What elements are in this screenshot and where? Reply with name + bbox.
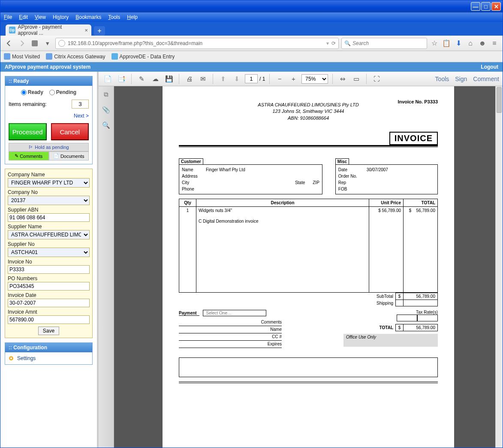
supplier-name-label: Supplier Name	[8, 224, 90, 230]
url-bar[interactable]: ▾ ⟳	[55, 38, 339, 49]
window-minimize-button[interactable]: —	[471, 2, 480, 11]
pdf-search-icon[interactable]: 🔍	[102, 121, 110, 129]
radio-ready[interactable]: Ready	[21, 89, 43, 95]
company-no-label: Company No	[8, 189, 90, 195]
company-name-label: Company Name	[8, 172, 90, 178]
pdf-fit-width-icon[interactable]: ⇔	[337, 73, 348, 85]
invoice-title: INVOICE	[389, 132, 438, 145]
new-tab-button[interactable]: +	[94, 26, 105, 36]
url-input[interactable]	[68, 40, 324, 46]
dropdown-icon[interactable]: ▾	[326, 40, 329, 46]
search-box[interactable]: 🔍	[341, 38, 427, 49]
browser-menubar: File Edit View History Bookmarks Tools H…	[0, 12, 503, 22]
payment-select: Select One…	[203, 310, 266, 316]
window-maximize-button[interactable]: □	[481, 2, 491, 11]
cancel-button[interactable]: Cancel	[51, 123, 89, 140]
pdf-comment-link[interactable]: Comment	[473, 76, 499, 82]
company-name-select[interactable]: FINGER WHARF PTY LTD	[8, 178, 90, 188]
window-close-button[interactable]: ✕	[491, 2, 501, 11]
menu-tools[interactable]: Tools	[108, 14, 120, 20]
invoice-amnt-input[interactable]	[8, 315, 90, 324]
search-input[interactable]	[352, 40, 424, 46]
pdf-zoom-in-icon[interactable]: +	[288, 73, 299, 85]
invoice-date-input[interactable]	[8, 299, 90, 307]
invoice-no-input[interactable]	[8, 265, 90, 274]
bookmark-star-icon[interactable]: ☆	[430, 39, 439, 47]
pdf-page-input[interactable]	[245, 74, 258, 83]
downloads-icon[interactable]: ⬇	[454, 39, 463, 47]
pdf-sign-link[interactable]: Sign	[455, 76, 467, 82]
pencil-icon: ✎	[15, 153, 18, 159]
configuration-header: Configuration	[5, 343, 92, 352]
invoice-no-label: Invoice No	[8, 259, 90, 265]
pdf-print-icon[interactable]: 🖨	[184, 73, 195, 85]
company-no-select[interactable]: 20137	[8, 196, 90, 205]
menu-bookmarks[interactable]: Bookmarks	[75, 14, 101, 20]
menu-help[interactable]: Help	[127, 14, 138, 20]
menu-history[interactable]: History	[53, 14, 69, 20]
pdf-zoom-out-icon[interactable]: −	[274, 73, 285, 85]
bookmark-approvede[interactable]: ApproveDE - Data Entry	[111, 53, 175, 60]
pdf-save-icon[interactable]: 💾	[163, 73, 175, 85]
processed-button[interactable]: Processed	[9, 123, 47, 140]
forward-button[interactable]	[17, 38, 27, 48]
documents-tab[interactable]: 📄Documents	[49, 151, 89, 160]
pdf-viewer: 📄 📑 ✎ ☁ 💾 🖨 ✉ ⬆ ⬇ / 1 − + 75%	[97, 72, 503, 448]
home-icon[interactable]: ⌂	[466, 39, 475, 47]
clipboard-icon[interactable]: 📋	[442, 39, 451, 47]
chat-icon[interactable]: ☻	[478, 39, 487, 47]
bookmark-citrix[interactable]: Citrix Access Gateway	[46, 53, 105, 60]
pdf-page-up-icon[interactable]: ⬆	[217, 73, 229, 85]
pdf-toolbar: 📄 📑 ✎ ☁ 💾 🖨 ✉ ⬆ ⬇ / 1 − + 75%	[99, 72, 503, 86]
flag-icon: 🏳	[28, 145, 33, 150]
browser-navbar: ▾ ▾ ⟳ 🔍 ☆ 📋 ⬇ ⌂ ☻ ≡	[0, 36, 503, 51]
reload-icon[interactable]: ⟳	[331, 40, 336, 46]
site-identity-icon[interactable]	[30, 38, 40, 48]
dropdown-history-icon[interactable]: ▾	[42, 38, 53, 48]
tab-favicon-icon: Dp	[9, 27, 15, 33]
pdf-mail-icon[interactable]: ✉	[197, 73, 208, 85]
invoice-notes-box	[179, 357, 438, 377]
pdf-thumbnails-icon[interactable]: ⧉	[104, 91, 108, 98]
save-button[interactable]: Save	[38, 327, 59, 335]
items-remaining-value	[72, 100, 89, 109]
pdf-sidebar: ⧉ 📎 🔍	[99, 86, 114, 448]
supplier-abn-input[interactable]	[8, 213, 90, 222]
search-icon: 🔍	[344, 40, 351, 46]
pdf-tools-link[interactable]: Tools	[435, 76, 449, 82]
back-button[interactable]	[4, 38, 14, 48]
pdf-export-icon[interactable]: 📄	[102, 73, 113, 85]
tab-close-icon[interactable]: ×	[84, 27, 88, 33]
invoice-abn: ABN: 91086088664	[243, 115, 373, 121]
pdf-fit-page-icon[interactable]: ▭	[351, 73, 362, 85]
supplier-name-select[interactable]: ASTRA CHAUFFEURED LIMOU	[8, 230, 90, 239]
comments-tab[interactable]: ✎Comments	[9, 151, 49, 160]
pdf-canvas[interactable]: ASTRA CHAUFFEURED LIMOUSINES Pty LTD 123…	[114, 86, 503, 448]
pdf-scrollbar-vertical[interactable]	[495, 86, 503, 448]
menu-file[interactable]: File	[4, 14, 12, 20]
configuration-panel: Configuration Settings	[5, 342, 93, 365]
hold-pending-button[interactable]: 🏳 Hold as pending	[9, 143, 89, 151]
pdf-zoom-select[interactable]: 75%	[301, 74, 328, 84]
pdf-edit-icon[interactable]: ✎	[136, 73, 147, 85]
browser-tab-active[interactable]: Dp APprove - payment approval ... ×	[6, 24, 91, 36]
tab-title: APprove - payment approval ...	[18, 24, 82, 36]
pdf-attachments-icon[interactable]: 📎	[102, 106, 110, 114]
radio-pending[interactable]: Pending	[49, 89, 76, 95]
next-link[interactable]: Next >	[9, 113, 89, 119]
pdf-page-down-icon[interactable]: ⬇	[231, 73, 242, 85]
ready-panel-header: Ready	[5, 76, 92, 86]
menu-view[interactable]: View	[35, 14, 46, 20]
menu-edit[interactable]: Edit	[19, 14, 28, 20]
bookmark-most-visited[interactable]: Most Visited	[4, 53, 40, 60]
pdf-create-icon[interactable]: 📑	[116, 73, 127, 85]
pdf-cloud-icon[interactable]: ☁	[150, 73, 161, 85]
po-numbers-input[interactable]	[8, 282, 90, 291]
scrollbar-thumb[interactable]	[497, 87, 502, 113]
settings-link[interactable]: Settings	[5, 352, 92, 364]
pdf-fullscreen-icon[interactable]: ⛶	[371, 73, 382, 85]
invoice-page: ASTRA CHAUFFEURED LIMOUSINES Pty LTD 123…	[163, 86, 454, 448]
hamburger-menu-icon[interactable]: ≡	[490, 39, 499, 47]
supplier-no-select[interactable]: ASTCHA01	[8, 248, 90, 257]
logout-link[interactable]: Logout	[481, 64, 498, 70]
